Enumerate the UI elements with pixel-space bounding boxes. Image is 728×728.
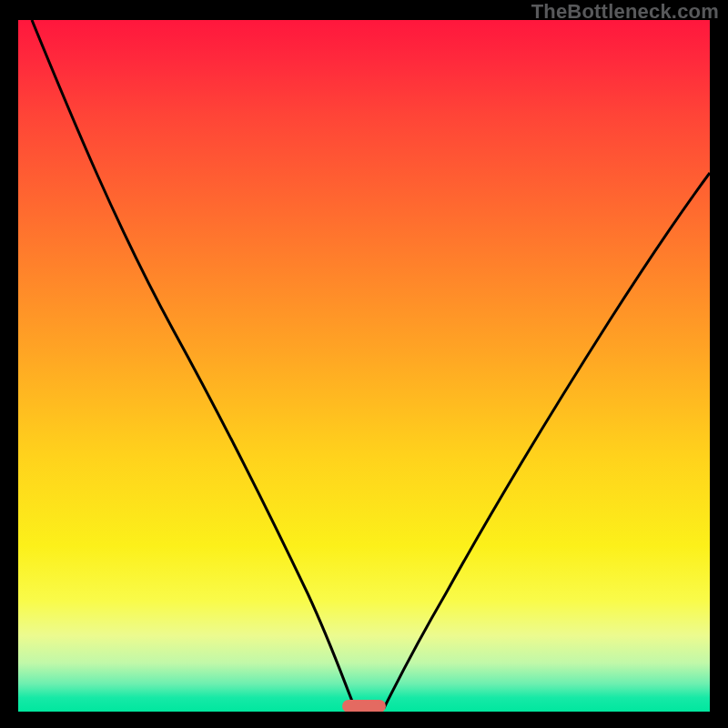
curve-right-branch [384, 173, 710, 708]
optimal-marker [342, 700, 386, 712]
bottleneck-curve [18, 20, 710, 712]
watermark-text: TheBottleneck.com [531, 0, 719, 24]
curve-left-branch [32, 20, 355, 708]
chart-frame: TheBottleneck.com [0, 0, 728, 728]
plot-area [18, 20, 710, 712]
